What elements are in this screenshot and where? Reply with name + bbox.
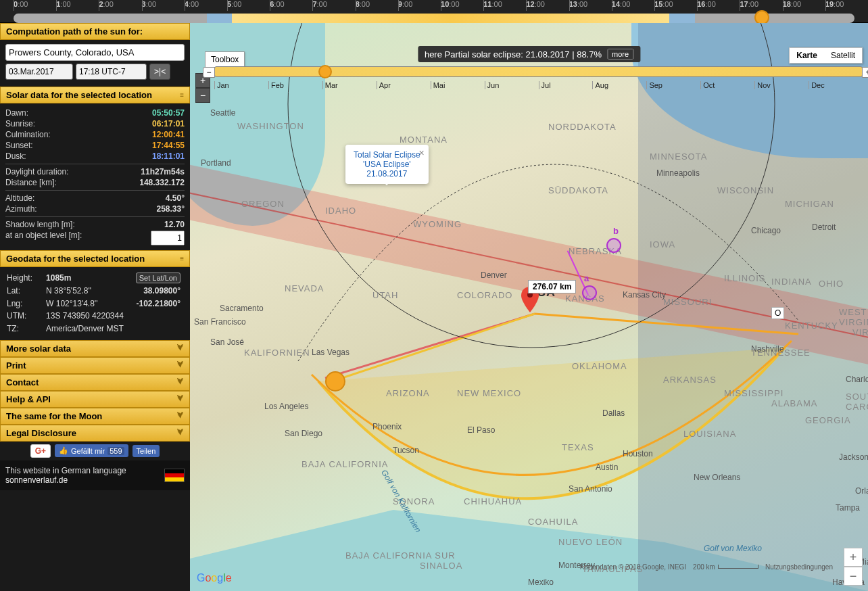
place-label: SINALOA	[420, 561, 462, 571]
chevron-down-icon: ⮟	[177, 411, 184, 421]
zoom-out-button-2[interactable]: −	[844, 567, 863, 586]
chevron-icon: ≡	[180, 91, 184, 99]
place-label: San Francisco	[194, 317, 246, 327]
month-slider[interactable]: − + JanFebMarAprMaiJunJulAugSepOctNovDec	[214, 66, 863, 93]
location-input[interactable]	[5, 44, 185, 61]
place-label: Phoenix	[372, 422, 402, 431]
eclipse-popup: × Total Solar Eclipse 'USA Eclipse' 21.0…	[345, 145, 429, 184]
point-a-marker[interactable]	[582, 285, 597, 300]
zoom-out-button[interactable]: −	[195, 88, 210, 103]
map[interactable]: Toolbox + − here Partial solar eclipse: …	[190, 23, 868, 591]
month-slider-thumb[interactable]	[318, 65, 332, 78]
place-label: WISCONSIN	[717, 185, 774, 195]
month-tick: Sep	[646, 81, 700, 89]
shadow-value: 12.70	[164, 220, 185, 229]
altitude-value: 4.50°	[166, 193, 185, 203]
dusk-label: Dusk:	[5, 151, 26, 161]
distance-label: Distance [km]:	[5, 178, 57, 187]
dawn-label: Dawn:	[5, 108, 28, 118]
place-label: BAJA CALIFORNIA	[302, 459, 388, 469]
place-label: KALIFORNIEN	[244, 348, 310, 358]
place-label: UTAH	[372, 290, 398, 300]
sunrise-value: 06:17:01	[152, 119, 185, 128]
section-geo-header[interactable]: Geodata for the selected location ≡	[0, 250, 190, 267]
fb-like-button[interactable]: 👍 Gefällt mir 559	[55, 444, 128, 457]
month-tick: Dec	[809, 81, 863, 89]
month-tick: Apr	[377, 81, 431, 89]
place-label: Denver	[481, 270, 507, 280]
sunrise-label: Sunrise:	[5, 119, 35, 128]
menu-contact[interactable]: Contact⮟	[0, 374, 190, 391]
popup-line1: Total Solar Eclipse	[354, 150, 420, 160]
more-button[interactable]: more	[607, 49, 633, 60]
month-plus-button[interactable]: +	[862, 67, 868, 78]
distance-label: 276.07 km	[528, 280, 576, 293]
hour-tick: 2:00	[99, 0, 141, 14]
month-tick: Jan	[214, 81, 268, 89]
hour-tick: 19:00	[825, 0, 868, 14]
fb-share-button[interactable]: Teilen	[132, 445, 160, 457]
tz-value: America/Denver MST	[46, 323, 183, 335]
close-icon[interactable]: ×	[419, 147, 425, 158]
place-label: NEVADA	[285, 283, 324, 293]
place-label: Seattle	[210, 108, 235, 118]
sidebar: Computation path of the sun for: >|< Sol…	[0, 23, 190, 591]
map-type-control: Karte Satellit	[789, 47, 863, 64]
object-level-label: at an object level [m]:	[5, 231, 82, 245]
social-row: G+ 👍 Gefällt mir 559 Teilen	[0, 442, 190, 460]
menu-label: Legal Disclosure	[6, 428, 76, 438]
menu-label: The same for the Moon	[6, 411, 102, 421]
set-latlng-button[interactable]: Set Lat/Lon	[136, 273, 180, 283]
place-label: VIRGINIA	[852, 327, 868, 337]
menu-more-solar[interactable]: More solar data⮟	[0, 340, 190, 357]
place-label: Tucson	[393, 446, 419, 455]
fb-like-label: Gefällt mir	[71, 447, 105, 455]
section-solar-header[interactable]: Solar data for the selected location ≡	[0, 87, 190, 103]
height-value: 1085m	[46, 273, 71, 283]
toggle-button[interactable]: >|<	[149, 64, 170, 80]
menu-print[interactable]: Print⮟	[0, 357, 190, 374]
lang-link[interactable]: sonnenverlauf.de	[5, 475, 68, 485]
map-type-satellit[interactable]: Satellit	[824, 48, 862, 63]
lat-dec: 38.09800°	[143, 286, 180, 296]
menu-moon[interactable]: The same for the Moon⮟	[0, 408, 190, 425]
hour-tick: 0:00	[14, 0, 56, 14]
place-label: MONTANA	[400, 135, 448, 145]
place-label: MINNESOTA	[650, 151, 707, 162]
month-minus-button[interactable]: −	[203, 67, 215, 78]
fb-like-count: 559	[107, 447, 124, 455]
hour-slider-track[interactable]	[14, 14, 854, 23]
place-label: INDIANA	[771, 277, 812, 287]
menu-legal[interactable]: Legal Disclosure⮟	[0, 425, 190, 442]
place-label: LOUISIANA	[683, 429, 736, 439]
place-label: Jacksonville	[839, 452, 868, 462]
date-input[interactable]	[5, 64, 73, 80]
place-label: COLORADO	[457, 290, 512, 300]
place-label: San José	[210, 337, 244, 347]
terms-link[interactable]: Nutzungsbedingungen	[765, 563, 833, 571]
place-label: NEW MEXICO	[457, 388, 521, 398]
object-level-input[interactable]	[151, 231, 185, 245]
place-label: MICHIGAN	[785, 199, 834, 209]
lng-dms: W 102°13'4.8''	[46, 298, 118, 310]
time-input[interactable]	[76, 64, 147, 80]
toolbox-button[interactable]: Toolbox	[205, 51, 245, 68]
place-label: ILLINOIS	[724, 273, 765, 283]
sunset-value: 17:44:55	[152, 141, 185, 150]
daylight-label: Daylight duration:	[5, 167, 68, 176]
menu-help[interactable]: Help & API⮟	[0, 391, 190, 408]
month-tick: Mai	[431, 81, 485, 89]
place-label: NORDDAKOTA	[548, 122, 617, 132]
gplus-button[interactable]: G+	[30, 444, 51, 458]
hour-tick: 1:00	[56, 0, 99, 14]
place-label: MISSOURI	[663, 297, 712, 307]
place-label: TEXAS	[562, 442, 594, 452]
east-label: O	[771, 307, 784, 319]
point-b-marker[interactable]	[606, 238, 621, 253]
zoom-in-button-2[interactable]: +	[844, 548, 863, 567]
distance-value: 148.332.172	[139, 178, 185, 187]
month-tick: Jun	[485, 81, 539, 89]
place-label: WYOMING	[413, 219, 462, 229]
place-label: Los Angeles	[264, 402, 308, 411]
map-type-karte[interactable]: Karte	[790, 48, 824, 63]
